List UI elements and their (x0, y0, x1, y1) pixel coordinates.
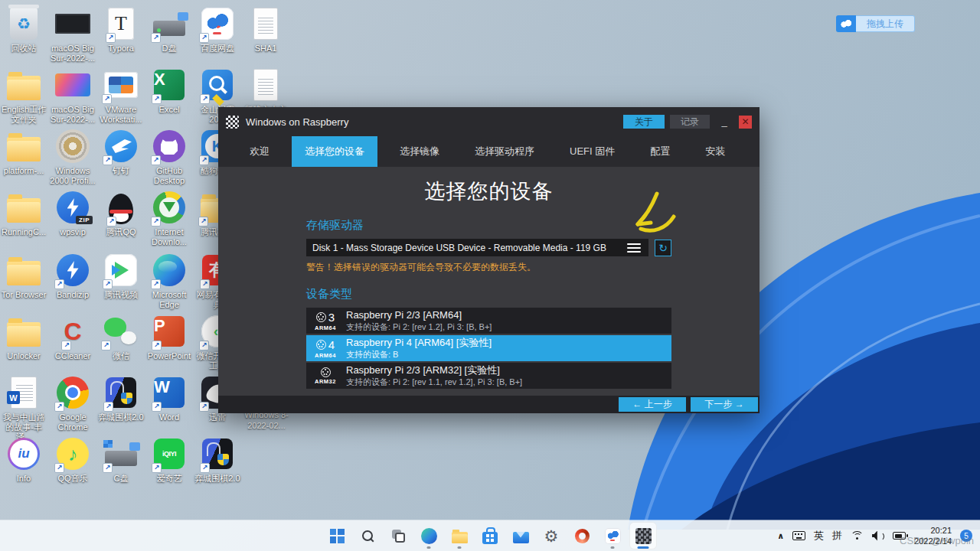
taskbar: ⚙ ∧ 英 拼 20:21 2022/2/14 5 (0, 520, 980, 551)
desktop-icon-28[interactable]: C↗CCleaner (49, 314, 96, 361)
desktop-icon-18[interactable]: ZIPwpsvip (49, 190, 96, 237)
desktop-icon-6[interactable]: English工作文件夹 (0, 67, 47, 125)
desktop-icon-35[interactable]: W↗Word (145, 375, 193, 422)
shortcut-arrow-icon: ↗ (200, 463, 210, 473)
device-row-1[interactable]: 4ARM64Raspberry Pi 4 [ARM64] [实验性]支持的设备:… (306, 335, 671, 361)
ime-lang-pinyin[interactable]: 拼 (832, 529, 842, 543)
desktop-icon-label: Windows 2000 Profi... (49, 166, 96, 186)
desktop-icon-0[interactable]: ♻回收站 (0, 6, 47, 54)
tab-3[interactable]: 选择驱动程序 (462, 136, 547, 167)
close-button[interactable]: ✕ (739, 116, 752, 129)
desktop-icon-37[interactable]: iuInfo (0, 436, 47, 484)
taskbar-office[interactable] (568, 522, 596, 549)
desktop-icon-38[interactable]: ♪↗QQ音乐 (49, 436, 96, 484)
desktop-icon-label: 迅雷 (209, 412, 226, 422)
taskbar-search[interactable] (354, 522, 381, 549)
desktop-icon-23[interactable]: ↗Bandizip (49, 253, 96, 300)
disc-icon (56, 129, 90, 163)
desktop-icon-label: 钉钉 (113, 166, 129, 176)
device-row-2[interactable]: ARM32Raspberry Pi 2/3 [ARM32] [实验性]支持的设备… (306, 363, 671, 389)
taskbar-mail[interactable] (507, 522, 534, 549)
storage-drive-select[interactable]: Disk 1 - Mass Storage Device USB Device … (306, 239, 648, 256)
desktop-icon-12[interactable]: platform-... (0, 129, 47, 176)
desktop-icon-33[interactable]: ↗Google Chrome (49, 375, 96, 432)
taskbar-start[interactable] (323, 522, 351, 549)
about-button[interactable]: 关于 (623, 115, 665, 129)
desktop-icon-4[interactable]: ↗百度网盘 (194, 6, 241, 54)
tab-5[interactable]: 配置 (637, 136, 683, 167)
shot-icon (55, 14, 90, 34)
next-button[interactable]: 下一步 → (691, 397, 758, 412)
tray-chevron-icon[interactable]: ∧ (777, 531, 784, 541)
shortcut-arrow-icon: ↗ (199, 402, 209, 412)
taskbar-store[interactable] (476, 522, 504, 549)
desktop-icon-2[interactable]: T↗Typora (97, 6, 145, 54)
taskbar-wor-app[interactable] (629, 522, 657, 549)
log-button[interactable]: 记录 (670, 115, 710, 129)
desktop-icon-22[interactable]: Tor Browser (0, 253, 47, 300)
refresh-button[interactable]: ↻ (655, 240, 671, 256)
tab-1[interactable]: 选择您的设备 (292, 136, 377, 167)
device-title: Raspberry Pi 2/3 [ARM64] (346, 309, 492, 321)
desktop-icon-5[interactable]: SHA1 (242, 6, 289, 54)
desktop-icon-41[interactable]: ↗弈城围棋2.0 (194, 436, 241, 484)
titlebar[interactable]: Windows on Raspberry 关于 记录 _ ✕ (218, 107, 760, 136)
desktop-icon-25[interactable]: ↗Microsoft Edge (145, 253, 193, 310)
desktop-icon-13[interactable]: Windows 2000 Profi... (49, 129, 96, 186)
shortcut-arrow-icon: ↗ (199, 155, 209, 165)
desktop-icon-14[interactable]: ↗钉钉 (97, 129, 145, 176)
edge-icon (421, 528, 437, 544)
desktop-icon-7[interactable]: macOS Big Sur-2022-... (49, 67, 96, 125)
desktop-icon-9[interactable]: X↗Excel (145, 67, 193, 115)
desktop-icon-40[interactable]: iQIYI↗爱奇艺 (145, 436, 193, 484)
storage-warning: 警告！选择错误的驱动器可能会导致不必要的数据丢失。 (306, 261, 671, 274)
device-row-0[interactable]: 3ARM64Raspberry Pi 2/3 [ARM64]支持的设备: Pi … (306, 308, 671, 334)
desktop-icon-8[interactable]: ↗VMware Workstati... (97, 67, 145, 125)
desktop-icon-19[interactable]: ↗腾讯QQ (97, 190, 145, 237)
desktop-icon-label: VMware Workstati... (97, 105, 145, 125)
desktop-icon-1[interactable]: macOS Big Sur-2022-... (49, 6, 96, 64)
shortcut-arrow-icon: ↗ (200, 94, 210, 104)
taskbar-edge[interactable] (415, 522, 443, 549)
desktop-icon-label: CCleaner (55, 351, 90, 361)
desktop-icon-label: Unlocker (7, 351, 40, 361)
tab-bar: 欢迎选择您的设备选择镜像选择驱动程序UEFI 固件配置安装 (218, 136, 760, 167)
desktop-icon-label: 腾讯视频 (104, 290, 138, 300)
wifi-icon[interactable] (851, 531, 864, 541)
shortcut-arrow-icon: ↗ (152, 341, 162, 350)
volume-icon[interactable] (872, 531, 884, 541)
minimize-button[interactable]: _ (718, 118, 730, 126)
back-button[interactable]: ← 上一步 (619, 397, 686, 412)
desktop-icon-32[interactable]: W我与中山路的故事-丰泽... (0, 375, 47, 443)
shortcut-arrow-icon: ↗ (199, 341, 209, 350)
tab-6[interactable]: 安装 (692, 136, 738, 167)
device-list: 3ARM64Raspberry Pi 2/3 [ARM64]支持的设备: Pi … (306, 308, 671, 389)
taskbar-settings[interactable]: ⚙ (537, 522, 565, 549)
hamburger-icon[interactable] (627, 243, 642, 253)
tab-0[interactable]: 欢迎 (237, 136, 283, 167)
desktop-icon-34[interactable]: ↗弈城围棋2.0 (97, 375, 145, 422)
desktop-icon-27[interactable]: Unlocker (0, 314, 47, 361)
shortcut-arrow-icon: ↗ (106, 33, 116, 43)
taskbar-baidu-netdisk[interactable] (599, 522, 626, 549)
annotation-arrow (622, 191, 680, 236)
desktop-icon-3[interactable]: ↗D盘 (145, 6, 193, 54)
desktop-icon-20[interactable]: ↗Internet Downlo... (145, 190, 193, 247)
taskbar-task-view[interactable] (384, 522, 412, 549)
tab-4[interactable]: UEFI 固件 (557, 136, 628, 167)
desktop-icon-15[interactable]: ↗GitHub Desktop (145, 129, 193, 186)
netdisk-upload-chip[interactable]: 拖拽上传 (836, 15, 915, 32)
desktop-icon-24[interactable]: ↗腾讯视频 (97, 253, 145, 300)
drag-upload-button[interactable]: 拖拽上传 (856, 15, 915, 32)
desktop-icon-39[interactable]: ↗C盘 (97, 436, 145, 484)
shortcut-arrow-icon: ↗ (103, 463, 113, 473)
search-icon (360, 528, 375, 543)
tab-2[interactable]: 选择镜像 (387, 136, 452, 167)
desktop-icon-30[interactable]: P↗PowerPoint (145, 314, 193, 361)
taskbar-file-explorer[interactable] (446, 522, 473, 549)
desktop-icon-label: D盘 (162, 44, 177, 54)
desktop-icon-29[interactable]: ↗微信 (97, 314, 145, 361)
desktop-icon-17[interactable]: RunningC... (0, 190, 47, 237)
touch-keyboard-icon[interactable] (792, 531, 805, 540)
ime-lang-en[interactable]: 英 (814, 529, 824, 543)
